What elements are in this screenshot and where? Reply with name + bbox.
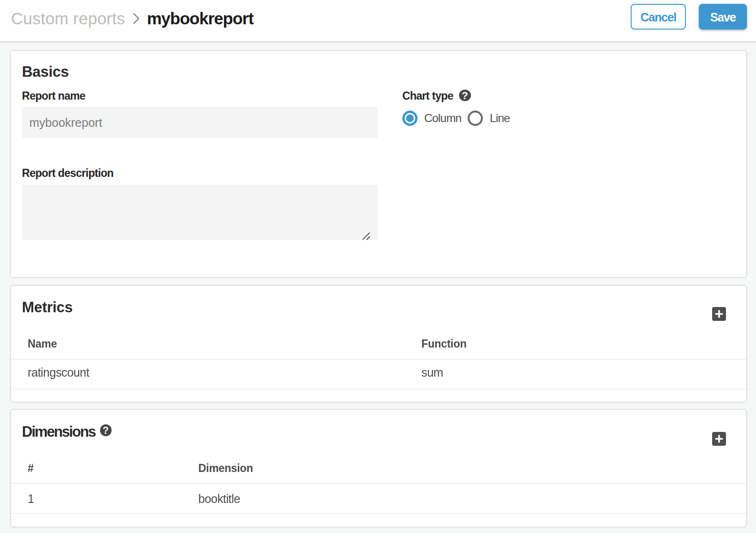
radio-line[interactable]: Line — [468, 111, 510, 126]
dimensions-col-index: # — [10, 454, 181, 483]
breadcrumb: Custom reports mybookreport — [11, 0, 254, 37]
radio-column-label: Column — [424, 112, 461, 125]
basics-card: Basics Report name Report description Ch… — [10, 50, 747, 278]
breadcrumb-current: mybookreport — [147, 9, 253, 28]
chart-type-radio-group: Column Line — [402, 111, 510, 126]
report-name-label: Report name — [22, 90, 85, 102]
dimension-name-cell: booktitle — [181, 483, 746, 513]
dimensions-title: Dimensions — [22, 424, 95, 439]
radio-column-circle — [402, 111, 418, 126]
metrics-table: Name Function ratingscount sum — [10, 330, 746, 390]
basics-title: Basics — [22, 64, 69, 79]
dimensions-table: # Dimension 1 booktitle — [10, 454, 746, 513]
radio-column-dot — [406, 114, 414, 122]
report-description-textarea[interactable] — [22, 184, 378, 240]
metrics-col-name: Name — [10, 330, 404, 359]
metric-name-cell: ratingscount — [10, 359, 404, 389]
dimensions-col-dimension: Dimension — [181, 454, 746, 483]
metrics-card: Metrics Name Function ratingscount sum — [10, 285, 747, 402]
chart-type-label: Chart type — [402, 90, 453, 102]
top-bar: Custom reports mybookreport Cancel Save — [0, 0, 756, 42]
chevron-right-icon — [133, 11, 140, 26]
dimension-index-cell: 1 — [10, 483, 181, 513]
report-description-label: Report description — [22, 167, 113, 180]
report-name-input[interactable] — [22, 107, 378, 138]
add-metric-button[interactable] — [712, 307, 726, 321]
metric-function-cell: sum — [404, 359, 746, 389]
metrics-row[interactable]: ratingscount sum — [10, 359, 746, 389]
dimensions-help-icon[interactable]: ? — [100, 424, 112, 436]
save-button[interactable]: Save — [699, 4, 747, 30]
plus-icon — [712, 432, 726, 446]
dimensions-row[interactable]: 1 booktitle — [10, 483, 746, 513]
add-dimension-button[interactable] — [712, 432, 726, 446]
dimensions-header-row: # Dimension — [10, 454, 746, 483]
metrics-col-function: Function — [404, 330, 746, 359]
plus-icon — [712, 307, 726, 321]
radio-column[interactable]: Column — [402, 111, 461, 126]
dimensions-card: Dimensions ? # Dimension 1 booktitle — [10, 409, 747, 527]
cancel-button[interactable]: Cancel — [631, 4, 686, 30]
chart-type-help-icon[interactable]: ? — [459, 90, 471, 102]
metrics-title: Metrics — [22, 300, 72, 315]
radio-line-circle — [468, 111, 483, 126]
radio-line-label: Line — [490, 112, 510, 125]
breadcrumb-section[interactable]: Custom reports — [11, 9, 125, 28]
metrics-header-row: Name Function — [10, 330, 746, 359]
